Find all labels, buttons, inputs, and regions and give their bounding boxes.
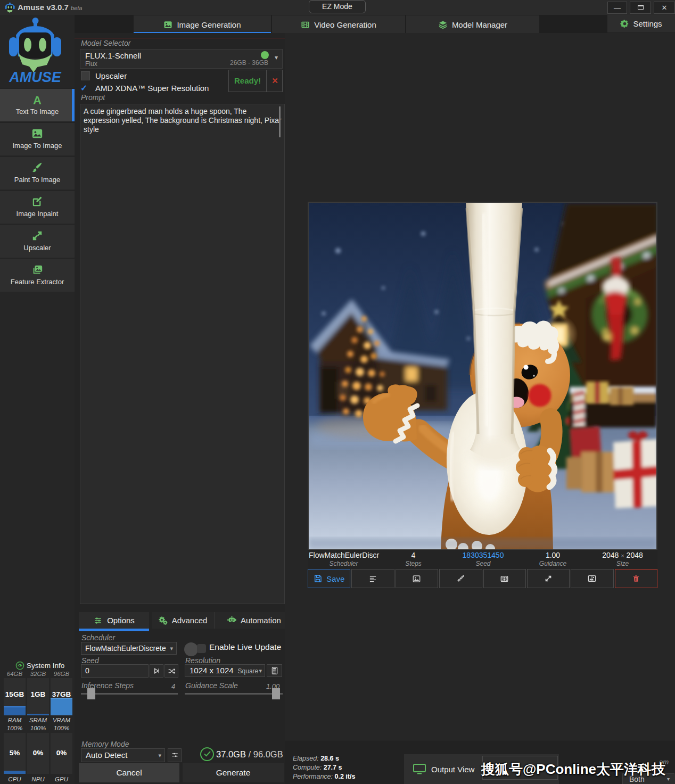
svg-text:AMUSE: AMUSE: [9, 69, 61, 85]
